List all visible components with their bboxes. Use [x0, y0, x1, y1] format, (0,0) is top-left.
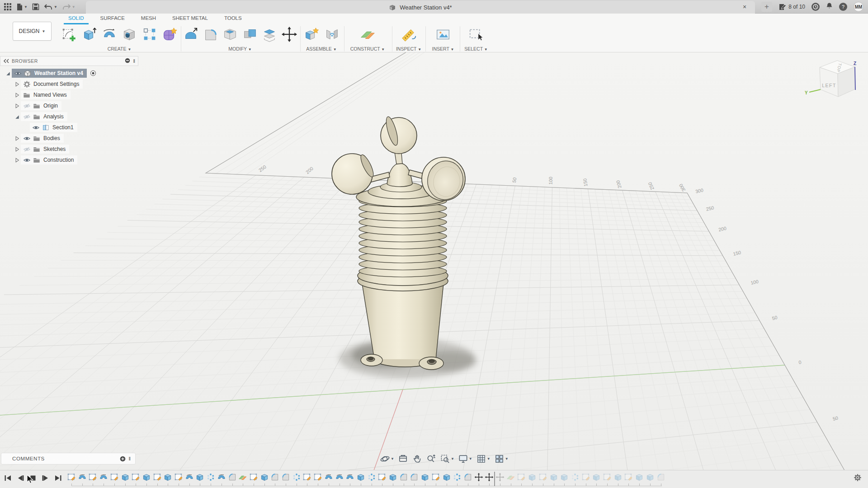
tool-caret[interactable]: ▼ — [391, 457, 394, 461]
visibility-hidden-icon[interactable] — [22, 102, 32, 110]
undo-caret[interactable]: ▼ — [54, 5, 57, 9]
timeline-feature-pattern[interactable] — [206, 473, 215, 482]
timeline-feature-extrude[interactable] — [442, 473, 451, 482]
app-grid-icon[interactable] — [4, 3, 12, 11]
visibility-eye-icon[interactable] — [22, 134, 32, 142]
expander-open-icon[interactable] — [13, 113, 21, 120]
comments-add-icon[interactable] — [120, 456, 126, 462]
timeline-feature-fillet[interactable] — [399, 473, 408, 482]
group-label-inspect[interactable]: INSPECT ▼ — [394, 46, 423, 52]
timeline-feature-extrude[interactable] — [420, 473, 429, 482]
new-tab-button[interactable]: + — [761, 2, 772, 12]
visibility-hidden-icon[interactable] — [22, 145, 32, 153]
timeline-feature-extrude[interactable] — [549, 473, 558, 482]
timeline-feature-fillet[interactable] — [228, 473, 237, 482]
timeline-feature-sketch[interactable] — [153, 473, 162, 482]
form-icon[interactable] — [161, 25, 179, 43]
timeline-feature-extrude[interactable] — [356, 473, 365, 482]
tab-surface[interactable]: SURFACE — [92, 14, 133, 24]
look-at-tool[interactable] — [398, 454, 408, 464]
comments-grip[interactable]: ‖ — [128, 456, 131, 461]
timeline-feature-revolve[interactable] — [335, 473, 344, 482]
timeline-feature-revolve[interactable] — [324, 473, 333, 482]
timeline-feature-sketch[interactable] — [517, 473, 526, 482]
timeline-feature-revolve[interactable] — [217, 473, 226, 482]
timeline-feature-extrude[interactable] — [260, 473, 269, 482]
collapse-panel-icon[interactable] — [3, 59, 9, 63]
viewport-3d[interactable]: 2502001505010015020025030030025020015010… — [0, 52, 868, 470]
timeline-feature-sketch[interactable] — [538, 473, 547, 482]
timeline-feature-fillet[interactable] — [270, 473, 279, 482]
timeline-feature-fillet[interactable] — [656, 473, 665, 482]
file-menu-button[interactable]: ▼ — [16, 3, 28, 11]
timeline-feature-sketch[interactable] — [110, 473, 119, 482]
expander-open-icon[interactable] — [4, 70, 12, 77]
split-icon[interactable] — [261, 25, 278, 43]
tab-sheet-metal[interactable]: SHEET METAL — [164, 14, 216, 24]
timeline-step-back-button[interactable] — [15, 473, 25, 483]
pan-tool[interactable] — [412, 454, 422, 464]
timeline-feature-extrude[interactable] — [528, 473, 537, 482]
timeline-feature-move[interactable] — [485, 473, 494, 482]
browser-header[interactable]: BROWSER ‖ — [0, 56, 138, 66]
pattern-icon[interactable] — [141, 25, 159, 43]
tab-mesh[interactable]: MESH — [133, 14, 164, 24]
timeline-feature-sketch[interactable] — [581, 473, 590, 482]
group-label-assemble[interactable]: ASSEMBLE ▼ — [301, 46, 342, 52]
browser-item-weather-station-v4[interactable]: Weather Station v4 — [0, 68, 138, 79]
zoom-tool[interactable] — [426, 454, 436, 464]
timeline-feature-extrude[interactable] — [195, 473, 204, 482]
timeline-feature-plane[interactable] — [506, 473, 515, 482]
timeline-feature-extrude[interactable] — [613, 473, 623, 482]
timeline-settings-gear-icon[interactable] — [854, 474, 862, 483]
history-clock-icon[interactable] — [811, 3, 820, 11]
timeline-feature-sketch[interactable] — [313, 473, 322, 482]
timeline-feature-extrude[interactable] — [121, 473, 130, 482]
timeline-feature-revolve[interactable] — [185, 473, 194, 482]
expander-closed-icon[interactable] — [13, 145, 21, 153]
expander-closed-icon[interactable] — [13, 102, 21, 109]
timeline-feature-extrude[interactable] — [592, 473, 601, 482]
tool-caret[interactable]: ▼ — [469, 457, 472, 461]
expander-closed-icon[interactable] — [13, 91, 21, 99]
workspace-selector[interactable]: DESIGN ▼ — [13, 22, 52, 41]
job-status[interactable]: 8 of 10 — [779, 4, 805, 10]
grid-settings-tool[interactable]: ▼ — [476, 454, 491, 464]
activate-component-radio[interactable] — [90, 70, 97, 77]
timeline-feature-pattern[interactable] — [367, 473, 376, 482]
timeline-feature-sketch[interactable] — [174, 473, 183, 482]
browser-item-named-views[interactable]: Named Views — [0, 89, 138, 100]
visibility-hidden-icon[interactable] — [22, 113, 32, 121]
view-cube[interactable]: TOP LEFT Z Y — [805, 61, 856, 97]
help-icon[interactable]: ? — [839, 3, 847, 11]
tool-caret[interactable]: ▼ — [505, 457, 509, 461]
timeline-feature-extrude[interactable] — [142, 473, 151, 482]
new-component-icon[interactable] — [302, 25, 321, 43]
timeline-feature-revolve[interactable] — [78, 473, 87, 482]
expander-closed-icon[interactable] — [13, 156, 21, 164]
display-settings-tool[interactable]: ▼ — [458, 454, 472, 464]
expander-closed-icon[interactable] — [13, 80, 21, 88]
timeline-feature-extrude[interactable] — [646, 473, 655, 482]
timeline-feature-pattern[interactable] — [571, 473, 580, 482]
redo-button[interactable]: ▼ — [62, 4, 75, 10]
timeline-feature-revolve[interactable] — [345, 473, 354, 482]
browser-grip[interactable]: ‖ — [133, 58, 135, 64]
timeline-feature-extrude[interactable] — [388, 473, 397, 482]
visibility-eye-icon[interactable] — [13, 69, 23, 77]
plane-big-icon[interactable] — [359, 25, 377, 43]
timeline-feature-extrude[interactable] — [635, 473, 644, 482]
viewports-tool[interactable]: ▼ — [494, 454, 509, 464]
group-label-insert[interactable]: INSERT ▼ — [429, 46, 458, 52]
browser-item-construction[interactable]: Construction — [0, 155, 138, 165]
browser-item-analysis[interactable]: Analysis — [0, 111, 138, 122]
visibility-eye-icon[interactable] — [22, 156, 32, 164]
timeline-feature-move[interactable] — [474, 473, 483, 482]
comments-bar[interactable]: COMMENTS ‖ — [1, 453, 136, 465]
tool-caret[interactable]: ▼ — [487, 457, 491, 461]
timeline-feature-sketch[interactable] — [431, 473, 440, 482]
combine-icon[interactable] — [241, 25, 259, 43]
timeline-feature-extrude[interactable] — [560, 473, 569, 482]
move-big-icon[interactable] — [281, 25, 298, 43]
notifications-bell-icon[interactable] — [826, 2, 833, 11]
